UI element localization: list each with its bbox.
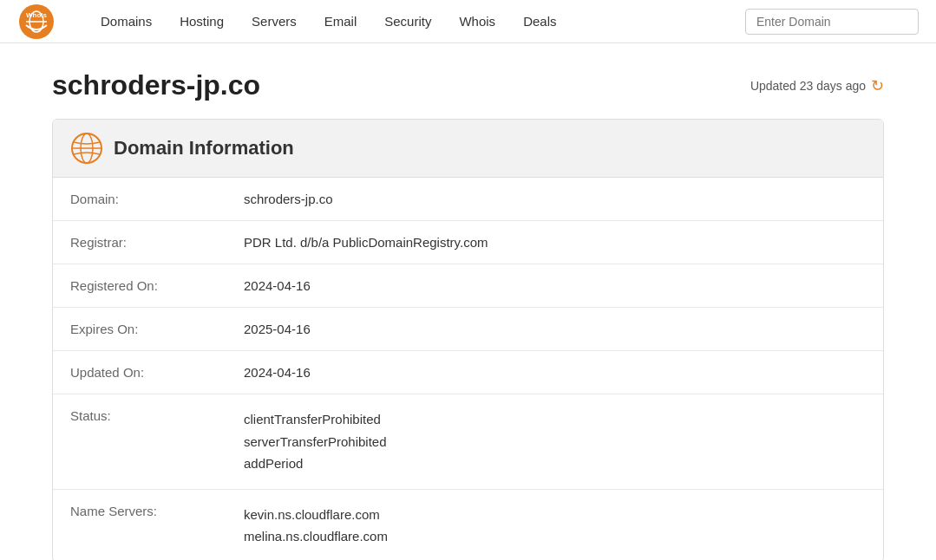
expires-on-label: Expires On: [53,308,226,351]
nav-item-domains[interactable]: Domains [87,0,166,43]
domain-header: schroders-jp.co Updated 23 days ago ↻ [52,69,884,101]
nameserver-2: melina.ns.cloudflare.com [244,525,866,548]
status-label: Status: [53,394,226,490]
domain-value: schroders-jp.co [226,178,883,221]
domain-title: schroders-jp.co [52,69,260,101]
table-row: Registrar: PDR Ltd. d/b/a PublicDomainRe… [53,221,883,264]
nav-item-email[interactable]: Email [311,0,371,43]
updated-on-label: Updated On: [53,351,226,394]
nav-item-whois[interactable]: Whois [445,0,509,43]
refresh-icon[interactable]: ↻ [871,76,884,95]
registered-on-value: 2024-04-16 [226,264,883,308]
domain-label: Domain: [53,178,226,221]
updated-info: Updated 23 days ago ↻ [750,76,884,95]
card-header: Domain Information [53,120,883,178]
navbar: Whois Domains Hosting Servers Email Secu… [0,0,936,43]
status-value: clientTransferProhibited serverTransferP… [226,394,883,490]
table-row: Status: clientTransferProhibited serverT… [53,394,883,490]
registered-on-label: Registered On: [53,264,226,308]
domain-info-card: Domain Information Domain: schroders-jp.… [52,119,884,560]
whois-logo-icon: Whois [17,3,56,41]
status-line-1: clientTransferProhibited [244,408,866,431]
svg-text:Whois: Whois [26,11,48,19]
status-line-2: serverTransferProhibited [244,431,866,453]
expires-on-value: 2025-04-16 [226,308,883,351]
card-header-title: Domain Information [114,137,294,160]
nav-links: Domains Hosting Servers Email Security W… [87,0,745,43]
nav-item-servers[interactable]: Servers [238,0,311,43]
nameservers-value: kevin.ns.cloudflare.com melina.ns.cloudf… [226,489,883,560]
nav-item-deals[interactable]: Deals [509,0,570,43]
nav-item-hosting[interactable]: Hosting [166,0,238,43]
registrar-value: PDR Ltd. d/b/a PublicDomainRegistry.com [226,221,883,264]
domain-info-table: Domain: schroders-jp.co Registrar: PDR L… [53,178,883,560]
table-row: Registered On: 2024-04-16 [53,264,883,308]
nav-item-security[interactable]: Security [370,0,445,43]
table-row: Expires On: 2025-04-16 [53,308,883,351]
www-icon [70,132,103,165]
table-row: Domain: schroders-jp.co [53,178,883,221]
table-row: Name Servers: kevin.ns.cloudflare.com me… [53,489,883,560]
nameserver-1: kevin.ns.cloudflare.com [244,504,866,526]
status-line-3: addPeriod [244,453,866,475]
nameservers-label: Name Servers: [53,489,226,560]
table-row: Updated On: 2024-04-16 [53,351,883,394]
logo-link[interactable]: Whois [17,3,61,41]
updated-on-value: 2024-04-16 [226,351,883,394]
domain-search-input[interactable] [745,9,919,35]
updated-text: Updated 23 days ago [750,79,866,93]
registrar-label: Registrar: [53,221,226,264]
page-content: schroders-jp.co Updated 23 days ago ↻ Do… [0,43,936,560]
